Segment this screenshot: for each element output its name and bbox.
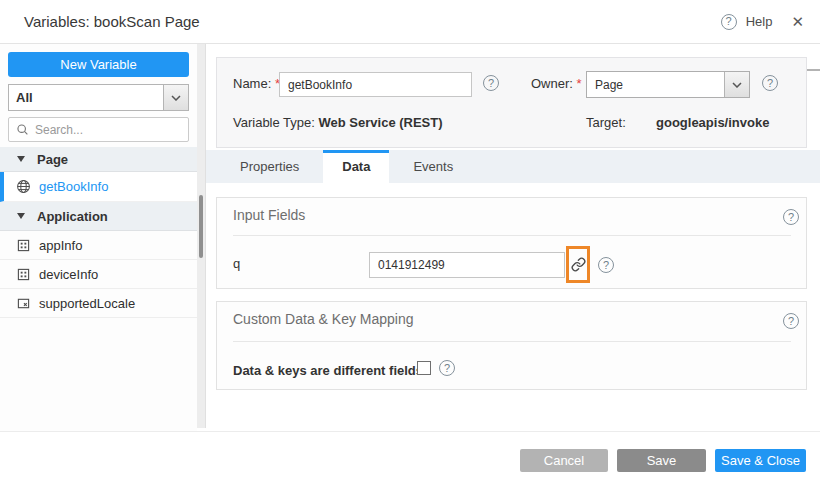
- chevron-down-icon: [163, 85, 188, 110]
- variables-tree: Page getBookInfo Application appInfo: [0, 147, 197, 318]
- main-scrollbar-thumb[interactable]: [807, 69, 820, 71]
- variable-search: [8, 117, 189, 142]
- close-icon[interactable]: ✕: [791, 14, 804, 29]
- owner-help-icon[interactable]: ?: [762, 75, 778, 91]
- save-button[interactable]: Save: [617, 449, 706, 472]
- sidebar-item-deviceinfo[interactable]: deviceInfo: [0, 260, 197, 289]
- app-data-icon: [16, 268, 31, 281]
- tree-item-label: getBookInfo: [39, 179, 108, 194]
- owner-value: Page: [587, 78, 724, 92]
- target-value: googleapis/invoke: [656, 115, 769, 130]
- input-fields-section: Input Fields ? q ?: [216, 197, 807, 289]
- new-variable-button[interactable]: New Variable: [8, 52, 189, 77]
- variable-type-value: Web Service (REST): [319, 115, 443, 130]
- owner-label: Owner: *: [531, 76, 582, 91]
- collapse-triangle-icon: [17, 156, 25, 162]
- variables-dialog: Variables: bookScan Page ? Help ✕ New Va…: [0, 0, 820, 486]
- globe-icon: [16, 179, 31, 194]
- sidebar-item-getbookinfo[interactable]: getBookInfo: [0, 172, 197, 202]
- collapse-triangle-icon: [17, 213, 25, 219]
- detail-tabs: Properties Data Events: [206, 150, 820, 183]
- section-title: Custom Data & Key Mapping: [233, 311, 414, 327]
- q-field-input[interactable]: [369, 252, 565, 278]
- target-label: Target:: [586, 115, 626, 130]
- save-and-close-button[interactable]: Save & Close: [715, 449, 806, 472]
- tab-properties[interactable]: Properties: [216, 150, 323, 183]
- cancel-button[interactable]: Cancel: [520, 449, 608, 472]
- tree-group-page[interactable]: Page: [0, 147, 197, 172]
- bind-data-button[interactable]: [566, 246, 590, 283]
- tree-item-label: deviceInfo: [39, 267, 98, 282]
- tab-data[interactable]: Data: [323, 150, 389, 183]
- name-label: Name: *: [233, 76, 280, 91]
- input-fields-help-icon[interactable]: ?: [783, 209, 799, 225]
- name-field[interactable]: [279, 72, 472, 97]
- variable-filter-select[interactable]: All: [8, 84, 189, 111]
- tree-item-label: appInfo: [39, 238, 82, 253]
- different-fields-help-icon[interactable]: ?: [439, 360, 455, 376]
- tab-events[interactable]: Events: [389, 150, 477, 183]
- different-fields-checkbox[interactable]: [417, 361, 431, 375]
- name-help-icon[interactable]: ?: [483, 75, 499, 91]
- q-help-icon[interactable]: ?: [598, 257, 614, 273]
- tree-group-label: Page: [37, 152, 68, 167]
- custom-mapping-help-icon[interactable]: ?: [783, 313, 799, 329]
- variable-type-label: Variable Type:: [233, 115, 315, 130]
- variable-filter-value: All: [9, 90, 163, 105]
- link-icon: [571, 257, 586, 272]
- sidebar-item-appinfo[interactable]: appInfo: [0, 231, 197, 260]
- required-asterisk: *: [577, 76, 582, 91]
- divider: [233, 341, 791, 342]
- variable-type-row: Variable Type: Web Service (REST): [233, 115, 443, 130]
- dialog-header: Variables: bookScan Page ? Help ✕: [0, 0, 820, 44]
- variable-detail-panel: Name: * ? Owner: * Page ? Variable Type:…: [216, 57, 807, 148]
- sidebar-scrollbar: [197, 44, 206, 428]
- q-field-label: q: [233, 256, 240, 271]
- app-data-icon: [16, 239, 31, 252]
- header-actions: ? Help ✕: [721, 0, 804, 43]
- owner-select[interactable]: Page: [586, 71, 750, 98]
- search-icon: [15, 123, 30, 136]
- locale-icon: [16, 297, 31, 310]
- search-input[interactable]: [35, 123, 182, 137]
- section-title: Input Fields: [233, 207, 305, 223]
- tree-group-label: Application: [37, 209, 108, 224]
- different-fields-label: Data & keys are different fields: [233, 363, 423, 378]
- sidebar-scrollbar-thumb[interactable]: [199, 195, 203, 258]
- help-icon[interactable]: ?: [721, 14, 737, 30]
- divider: [233, 235, 791, 236]
- tree-group-application[interactable]: Application: [0, 202, 197, 231]
- help-link[interactable]: Help: [746, 14, 773, 29]
- chevron-down-icon: [724, 72, 749, 97]
- variables-sidebar: New Variable All Page getBookInfo: [0, 44, 197, 431]
- custom-mapping-section: Custom Data & Key Mapping ? Data & keys …: [216, 301, 807, 390]
- dialog-footer: Cancel Save Save & Close: [0, 431, 820, 486]
- sidebar-item-supportedlocale[interactable]: supportedLocale: [0, 289, 197, 318]
- page-title: Variables: bookScan Page: [24, 0, 200, 43]
- tree-item-label: supportedLocale: [39, 296, 135, 311]
- main-panel: Name: * ? Owner: * Page ? Variable Type:…: [206, 44, 820, 431]
